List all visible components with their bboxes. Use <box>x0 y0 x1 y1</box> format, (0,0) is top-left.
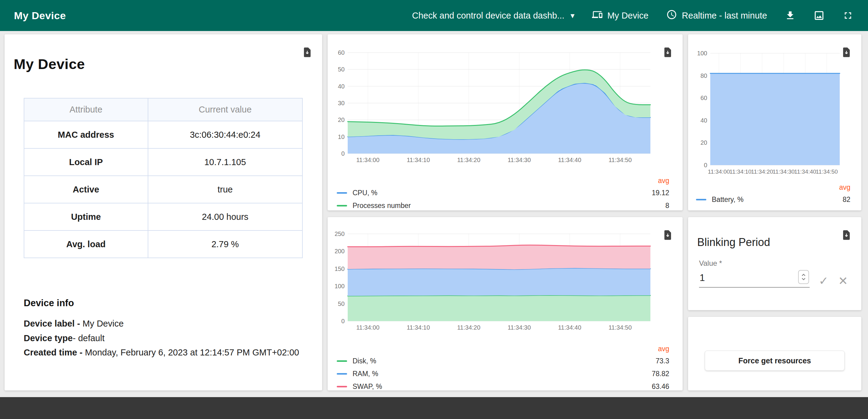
app-header: My Device Check and control device data … <box>0 0 868 31</box>
info-value: My Device <box>82 319 123 328</box>
legend-swatch <box>337 373 347 375</box>
x-tick-label: 11:34:20 <box>457 157 480 163</box>
y-tick-label: 0 <box>341 318 345 324</box>
screenshot-image-icon[interactable] <box>813 10 825 21</box>
dashboard-select-label: Check and control device data dashb... <box>412 11 564 21</box>
y-tick-label: 20 <box>338 116 345 123</box>
y-tick-label: 40 <box>338 83 345 90</box>
y-tick-label: 100 <box>335 283 345 290</box>
cancel-close-icon[interactable]: ✕ <box>836 274 850 288</box>
x-tick-label: 11:34:00 <box>356 324 379 331</box>
y-tick-label: 250 <box>335 231 345 237</box>
number-spinner[interactable] <box>798 270 809 284</box>
dashboard-page: { "header": { "title": "My Device", "das… <box>0 0 868 419</box>
legend-label[interactable]: RAM, % <box>352 370 378 378</box>
table-row: MAC address 3c:06:30:44:e0:24 <box>24 121 302 148</box>
device-info-line: Device label - My Device <box>24 317 303 331</box>
table-header-row: Attribute Current value <box>24 98 302 121</box>
apply-check-icon[interactable]: ✓ <box>816 274 831 288</box>
cpu-chart[interactable]: 010203040506011:34:0011:34:1011:34:2011:… <box>335 48 653 166</box>
clock-icon <box>666 9 677 22</box>
legend-swatch <box>337 205 347 206</box>
legend-row: Processes number8 <box>337 199 669 212</box>
device-entity-button[interactable]: My Device <box>592 9 648 22</box>
export-widget-icon[interactable] <box>842 230 851 241</box>
series-area <box>710 73 840 165</box>
legend-avg-value: 78.82 <box>652 370 669 378</box>
legend-swatch <box>696 199 706 200</box>
attr-cell: Local IP <box>24 148 148 176</box>
legend-label[interactable]: Battery, % <box>712 196 743 204</box>
legend-label[interactable]: SWAP, % <box>352 383 382 391</box>
y-tick-label: 30 <box>338 100 345 107</box>
export-widget-icon[interactable] <box>663 47 672 58</box>
x-tick-label: 11:34:30 <box>773 169 795 175</box>
timewindow-button[interactable]: Realtime - last minute <box>666 9 767 22</box>
legend-row: Battery, %82 <box>696 193 850 206</box>
y-tick-label: 200 <box>335 248 345 255</box>
series-area <box>348 245 650 269</box>
x-tick-label: 11:34:00 <box>708 169 730 175</box>
table-header-current-value: Current value <box>148 98 302 121</box>
info-value: Monday, February 6, 2023 at 12:14:57 PM … <box>85 348 299 357</box>
legend-label[interactable]: Disk, % <box>352 357 376 365</box>
export-widget-icon[interactable] <box>303 47 312 58</box>
download-icon[interactable] <box>785 10 796 21</box>
force-get-resources-button[interactable]: Force get resources <box>705 351 845 371</box>
legend-label[interactable]: Processes number <box>352 202 411 210</box>
value-field-label: Value * <box>699 259 722 268</box>
x-tick-label: 11:34:30 <box>507 324 531 331</box>
y-tick-label: 50 <box>338 300 345 307</box>
x-tick-label: 11:34:50 <box>609 157 631 163</box>
value-cell: true <box>148 176 302 203</box>
value-input[interactable] <box>699 272 810 288</box>
x-tick-label: 11:34:20 <box>457 324 480 331</box>
force-resources-widget: Force get resources <box>688 317 861 390</box>
table-header-attribute: Attribute <box>24 98 148 121</box>
value-cell: 2.79 % <box>148 231 302 258</box>
legend-avg-header: avg <box>337 343 669 355</box>
series-area <box>348 295 650 321</box>
legend-avg-value: 82 <box>842 196 850 204</box>
dashboard-select[interactable]: Check and control device data dashb... ▾ <box>412 11 575 21</box>
legend-avg-header: avg <box>337 175 669 186</box>
legend-row: RAM, %78.82 <box>337 367 669 380</box>
info-label: Created time - <box>24 348 85 357</box>
fullscreen-icon[interactable] <box>842 10 854 21</box>
resources-chart-widget: 05010015020025011:34:0011:34:1011:34:201… <box>328 217 683 390</box>
x-tick-label: 11:34:40 <box>794 169 816 175</box>
info-label: Device label - <box>24 319 82 328</box>
table-row: Active true <box>24 176 302 203</box>
series-area <box>348 268 650 296</box>
cpu-chart-widget: 010203040506011:34:0011:34:1011:34:2011:… <box>328 34 683 210</box>
value-cell: 3c:06:30:44:e0:24 <box>148 121 302 148</box>
x-tick-label: 11:34:10 <box>407 157 430 163</box>
y-tick-label: 150 <box>335 265 345 272</box>
y-tick-label: 40 <box>701 117 707 124</box>
info-label: Device type <box>24 333 73 343</box>
x-tick-label: 11:34:10 <box>407 324 430 331</box>
chevron-down-icon: ▾ <box>570 11 575 20</box>
table-row: Avg. load 2.79 % <box>24 231 302 258</box>
legend-label[interactable]: CPU, % <box>352 189 377 197</box>
device-card-title: My Device <box>14 56 303 72</box>
device-entity-label: My Device <box>607 11 648 21</box>
legend-avg-header: avg <box>696 182 850 193</box>
y-tick-label: 50 <box>338 66 345 73</box>
x-tick-label: 11:34:30 <box>507 157 531 163</box>
blinking-period-title: Blinking Period <box>697 236 770 249</box>
chart-legend: avgBattery, %82 <box>696 182 850 206</box>
y-tick-label: 0 <box>341 150 345 157</box>
x-tick-label: 11:34:50 <box>816 169 838 175</box>
y-tick-label: 0 <box>704 162 707 169</box>
device-info-heading: Device info <box>24 298 303 309</box>
blinking-period-widget: Blinking Period Value * ✓ ✕ <box>688 217 861 310</box>
x-tick-label: 11:34:50 <box>609 324 631 331</box>
battery-chart[interactable]: 02040608010011:34:0011:34:1011:34:2011:3… <box>693 48 851 178</box>
y-tick-label: 80 <box>701 72 707 79</box>
y-tick-label: 100 <box>697 50 707 57</box>
resources-chart[interactable]: 05010015020025011:34:0011:34:1011:34:201… <box>335 228 653 334</box>
x-tick-label: 11:34:20 <box>751 169 773 175</box>
timewindow-label: Realtime - last minute <box>682 11 767 21</box>
export-widget-icon[interactable] <box>663 230 672 241</box>
